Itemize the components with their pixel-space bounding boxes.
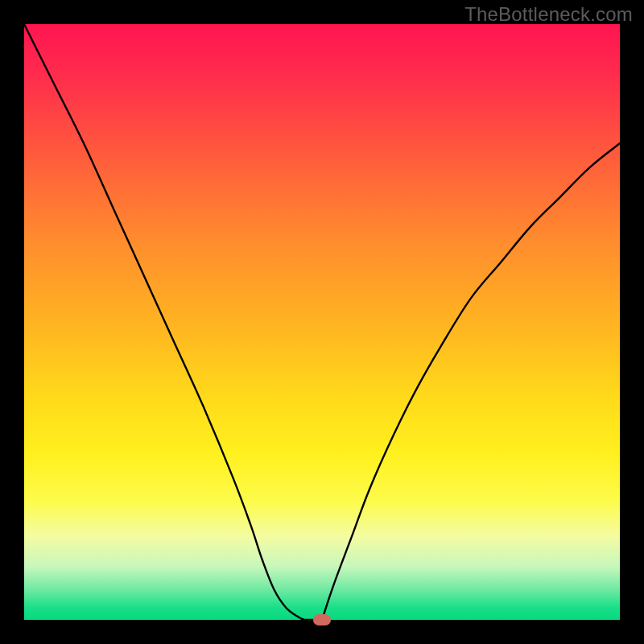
curve-left	[24, 24, 304, 620]
curve-svg	[24, 24, 620, 620]
plot-area	[24, 24, 620, 620]
minimum-marker	[313, 614, 331, 625]
chart-frame: TheBottleneck.com	[0, 0, 644, 644]
curve-right	[322, 143, 620, 620]
watermark-text: TheBottleneck.com	[464, 3, 633, 26]
